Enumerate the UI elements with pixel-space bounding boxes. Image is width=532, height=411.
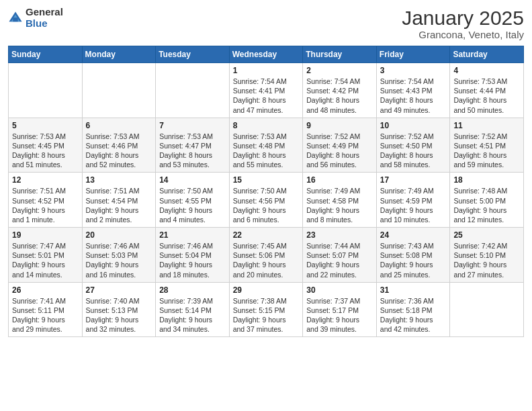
- cell-info: Sunrise: 7:53 AMSunset: 4:46 PMDaylight:…: [86, 132, 152, 170]
- cell-info: Sunrise: 7:39 AMSunset: 5:14 PMDaylight:…: [159, 296, 226, 334]
- calendar-cell: 5Sunrise: 7:53 AMSunset: 4:45 PMDaylight…: [9, 118, 83, 173]
- cell-info: Sunrise: 7:50 AMSunset: 4:55 PMDaylight:…: [159, 186, 226, 224]
- week-row-3: 12Sunrise: 7:51 AMSunset: 4:52 PMDayligh…: [9, 173, 524, 228]
- page: General Blue January 2025 Grancona, Vene…: [0, 0, 532, 411]
- cell-day-number: 25: [453, 230, 520, 240]
- cell-day-number: 30: [306, 285, 373, 295]
- cell-info: Sunrise: 7:37 AMSunset: 5:17 PMDaylight:…: [306, 296, 373, 334]
- calendar-cell: [450, 282, 524, 337]
- calendar-cell: 29Sunrise: 7:38 AMSunset: 5:15 PMDayligh…: [229, 282, 303, 337]
- calendar-cell: 7Sunrise: 7:53 AMSunset: 4:47 PMDaylight…: [156, 118, 230, 173]
- cell-day-number: 24: [380, 230, 447, 240]
- cell-info: Sunrise: 7:46 AMSunset: 5:03 PMDaylight:…: [86, 241, 152, 279]
- cell-info: Sunrise: 7:44 AMSunset: 5:07 PMDaylight:…: [306, 241, 373, 279]
- calendar-cell: [156, 63, 230, 118]
- col-friday: Friday: [376, 46, 450, 63]
- cell-day-number: 17: [380, 175, 447, 185]
- calendar-cell: 8Sunrise: 7:53 AMSunset: 4:48 PMDaylight…: [229, 118, 303, 173]
- calendar-cell: 11Sunrise: 7:52 AMSunset: 4:51 PMDayligh…: [450, 118, 524, 173]
- col-wednesday: Wednesday: [229, 46, 303, 63]
- header: General Blue January 2025 Grancona, Vene…: [8, 7, 524, 40]
- cell-day-number: 26: [12, 285, 79, 295]
- week-row-2: 5Sunrise: 7:53 AMSunset: 4:45 PMDaylight…: [9, 118, 524, 173]
- cell-info: Sunrise: 7:53 AMSunset: 4:44 PMDaylight:…: [453, 77, 520, 115]
- col-sunday: Sunday: [9, 46, 83, 63]
- cell-info: Sunrise: 7:54 AMSunset: 4:43 PMDaylight:…: [380, 77, 447, 115]
- cell-day-number: 12: [12, 175, 79, 185]
- calendar-cell: 21Sunrise: 7:46 AMSunset: 5:04 PMDayligh…: [156, 228, 230, 283]
- cell-day-number: 15: [233, 175, 300, 185]
- cell-info: Sunrise: 7:38 AMSunset: 5:15 PMDaylight:…: [233, 296, 300, 334]
- cell-info: Sunrise: 7:48 AMSunset: 5:00 PMDaylight:…: [453, 186, 520, 224]
- calendar-cell: 20Sunrise: 7:46 AMSunset: 5:03 PMDayligh…: [82, 228, 156, 283]
- cell-info: Sunrise: 7:49 AMSunset: 4:59 PMDaylight:…: [380, 186, 447, 224]
- cell-info: Sunrise: 7:53 AMSunset: 4:47 PMDaylight:…: [159, 132, 226, 170]
- calendar-cell: 28Sunrise: 7:39 AMSunset: 5:14 PMDayligh…: [156, 282, 230, 337]
- cell-info: Sunrise: 7:50 AMSunset: 4:56 PMDaylight:…: [233, 186, 300, 224]
- calendar-cell: [9, 63, 83, 118]
- cell-info: Sunrise: 7:46 AMSunset: 5:04 PMDaylight:…: [159, 241, 226, 279]
- cell-info: Sunrise: 7:51 AMSunset: 4:52 PMDaylight:…: [12, 186, 79, 224]
- col-monday: Monday: [82, 46, 156, 63]
- cell-day-number: 19: [12, 230, 79, 240]
- logo: General Blue: [8, 7, 63, 29]
- calendar-cell: 3Sunrise: 7:54 AMSunset: 4:43 PMDaylight…: [376, 63, 450, 118]
- calendar-cell: 4Sunrise: 7:53 AMSunset: 4:44 PMDaylight…: [450, 63, 524, 118]
- calendar-cell: 18Sunrise: 7:48 AMSunset: 5:00 PMDayligh…: [450, 173, 524, 228]
- cell-day-number: 21: [159, 230, 226, 240]
- calendar-cell: [82, 63, 156, 118]
- cell-day-number: 18: [453, 175, 520, 185]
- cell-info: Sunrise: 7:52 AMSunset: 4:50 PMDaylight:…: [380, 132, 447, 170]
- calendar-cell: 13Sunrise: 7:51 AMSunset: 4:54 PMDayligh…: [82, 173, 156, 228]
- cell-info: Sunrise: 7:51 AMSunset: 4:54 PMDaylight:…: [86, 186, 152, 224]
- cell-day-number: 7: [159, 121, 226, 130]
- cell-day-number: 16: [306, 175, 373, 185]
- cell-day-number: 14: [159, 175, 226, 185]
- col-tuesday: Tuesday: [156, 46, 230, 63]
- cell-info: Sunrise: 7:45 AMSunset: 5:06 PMDaylight:…: [233, 241, 300, 279]
- logo-blue: Blue: [26, 18, 63, 30]
- calendar-cell: 6Sunrise: 7:53 AMSunset: 4:46 PMDaylight…: [82, 118, 156, 173]
- week-row-5: 26Sunrise: 7:41 AMSunset: 5:11 PMDayligh…: [9, 282, 524, 337]
- cell-day-number: 22: [233, 230, 300, 240]
- cell-day-number: 13: [86, 175, 152, 185]
- calendar-header: Sunday Monday Tuesday Wednesday Thursday…: [9, 46, 524, 63]
- calendar-cell: 23Sunrise: 7:44 AMSunset: 5:07 PMDayligh…: [303, 228, 377, 283]
- calendar-cell: 31Sunrise: 7:36 AMSunset: 5:18 PMDayligh…: [376, 282, 450, 337]
- col-thursday: Thursday: [303, 46, 377, 63]
- cell-day-number: 28: [159, 285, 226, 295]
- logo-text: General Blue: [26, 7, 63, 29]
- week-row-1: 1Sunrise: 7:54 AMSunset: 4:41 PMDaylight…: [9, 63, 524, 118]
- cell-day-number: 20: [86, 230, 152, 240]
- calendar-title: January 2025: [402, 7, 524, 29]
- cell-info: Sunrise: 7:54 AMSunset: 4:42 PMDaylight:…: [306, 77, 373, 115]
- calendar-cell: 26Sunrise: 7:41 AMSunset: 5:11 PMDayligh…: [9, 282, 83, 337]
- calendar-cell: 15Sunrise: 7:50 AMSunset: 4:56 PMDayligh…: [229, 173, 303, 228]
- calendar-cell: 2Sunrise: 7:54 AMSunset: 4:42 PMDaylight…: [303, 63, 377, 118]
- cell-day-number: 31: [380, 285, 447, 295]
- calendar-cell: 27Sunrise: 7:40 AMSunset: 5:13 PMDayligh…: [82, 282, 156, 337]
- cell-info: Sunrise: 7:40 AMSunset: 5:13 PMDaylight:…: [86, 296, 152, 334]
- calendar-cell: 12Sunrise: 7:51 AMSunset: 4:52 PMDayligh…: [9, 173, 83, 228]
- calendar-cell: 14Sunrise: 7:50 AMSunset: 4:55 PMDayligh…: [156, 173, 230, 228]
- calendar-cell: 30Sunrise: 7:37 AMSunset: 5:17 PMDayligh…: [303, 282, 377, 337]
- calendar-cell: 16Sunrise: 7:49 AMSunset: 4:58 PMDayligh…: [303, 173, 377, 228]
- header-row: Sunday Monday Tuesday Wednesday Thursday…: [9, 46, 524, 63]
- cell-info: Sunrise: 7:49 AMSunset: 4:58 PMDaylight:…: [306, 186, 373, 224]
- calendar-cell: 24Sunrise: 7:43 AMSunset: 5:08 PMDayligh…: [376, 228, 450, 283]
- title-block: January 2025 Grancona, Veneto, Italy: [402, 7, 524, 40]
- cell-day-number: 1: [233, 66, 300, 75]
- calendar-table: Sunday Monday Tuesday Wednesday Thursday…: [8, 46, 524, 337]
- cell-info: Sunrise: 7:36 AMSunset: 5:18 PMDaylight:…: [380, 296, 447, 334]
- cell-day-number: 23: [306, 230, 373, 240]
- calendar-cell: 9Sunrise: 7:52 AMSunset: 4:49 PMDaylight…: [303, 118, 377, 173]
- cell-day-number: 9: [306, 121, 373, 130]
- cell-day-number: 8: [233, 121, 300, 130]
- cell-info: Sunrise: 7:54 AMSunset: 4:41 PMDaylight:…: [233, 77, 300, 115]
- cell-day-number: 6: [86, 121, 152, 130]
- week-row-4: 19Sunrise: 7:47 AMSunset: 5:01 PMDayligh…: [9, 228, 524, 283]
- cell-info: Sunrise: 7:52 AMSunset: 4:49 PMDaylight:…: [306, 132, 373, 170]
- col-saturday: Saturday: [450, 46, 524, 63]
- calendar-cell: 25Sunrise: 7:42 AMSunset: 5:10 PMDayligh…: [450, 228, 524, 283]
- cell-day-number: 27: [86, 285, 152, 295]
